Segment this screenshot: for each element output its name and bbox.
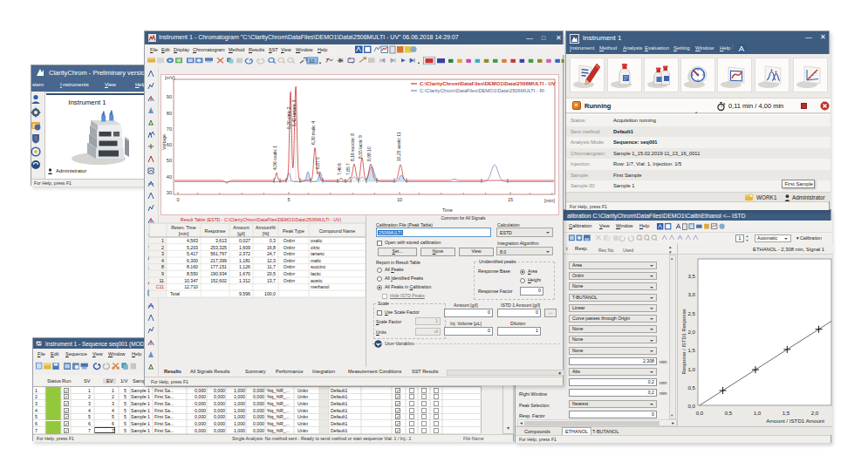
svg-text:1,5: 1,5 [687,347,695,353]
svg-text:Ordnr: Ordnr [284,251,296,256]
svg-text:11: 11 [160,278,164,283]
svg-text:10: 10 [309,58,315,63]
svg-text:0,3: 0,3 [270,238,276,243]
svg-text:8,98 10: 8,98 10 [366,146,372,161]
svg-text:oxalic: oxalic [311,238,323,243]
svg-text:1,670: 1,670 [239,271,250,276]
svg-text:Time: Time [442,207,453,213]
svg-text:20,5: 20,5 [267,271,276,276]
svg-text:tartaric: tartaric [311,251,325,256]
svg-text:Ordnr: Ordnr [284,264,296,269]
svg-text:Response / ISTD1 Response: Response / ISTD1 Response [681,309,687,374]
svg-text:12,710: 12,710 [184,284,198,289]
svg-text:8: 8 [161,264,164,269]
svg-text:10,25 acetic 11: 10,25 acetic 11 [396,132,401,161]
svg-text:5,20 citric 2: 5,20 citric 2 [286,106,291,129]
svg-text:0,027: 0,027 [239,238,250,243]
svg-text:0,0: 0,0 [687,403,695,409]
svg-text:lactic: lactic [311,271,321,276]
svg-text:4,56 oxalic 1: 4,56 oxalic 1 [272,146,277,170]
svg-text:1,181: 1,181 [239,258,250,263]
svg-text:70: 70 [167,126,172,132]
svg-text:40: 40 [167,174,172,180]
svg-text:217,399: 217,399 [210,258,227,263]
svg-text:8,550: 8,550 [187,271,198,276]
svg-text:7,46 6: 7,46 6 [337,163,342,175]
svg-text:1,126: 1,126 [239,264,250,269]
svg-text:9: 9 [161,271,164,276]
svg-text:Ordnr: Ordnr [284,238,296,243]
svg-text:3,613: 3,613 [215,238,227,243]
svg-text:Amount%: Amount% [256,225,276,230]
svg-text:acetic: acetic [311,278,323,283]
svg-text:15: 15 [508,197,513,202]
svg-text:1,312: 1,312 [239,278,250,283]
svg-text:16,8: 16,8 [267,245,276,250]
svg-text:Peak Type: Peak Type [283,228,304,234]
svg-text:Amount / ISTD1 Amount: Amount / ISTD1 Amount [766,418,824,424]
svg-text:5,203: 5,203 [187,245,198,250]
svg-text:C11: C11 [156,284,164,289]
svg-text:100,0: 100,0 [264,291,276,296]
svg-text:2,0: 2,0 [811,410,819,416]
svg-text:2,372: 2,372 [239,251,250,256]
svg-text:4,563: 4,563 [187,238,198,243]
svg-text:90: 90 [167,94,172,99]
svg-text:9,596: 9,596 [239,291,250,296]
svg-text:1,5: 1,5 [783,410,790,416]
svg-text:2: 2 [161,245,164,250]
svg-text:3: 3 [161,251,164,256]
svg-text:malic: malic [311,258,322,263]
svg-text:190,934: 190,934 [210,271,227,276]
svg-text:succinc: succinc [311,264,326,269]
svg-text:10,347: 10,347 [184,278,198,283]
svg-text:Ordnr: Ordnr [284,245,296,250]
svg-text:5: 5 [287,197,290,202]
svg-text:Reten. Time: Reten. Time [171,225,196,230]
svg-text:11,7: 11,7 [267,264,276,269]
svg-text:C:\ClarityChrom\DataFiles\DEMO: C:\ClarityChrom\DataFiles\DEMO1\Data\250… [420,88,544,93]
svg-text:12,3: 12,3 [267,258,276,263]
svg-text:1,0: 1,0 [754,410,762,416]
svg-text:1,609: 1,609 [239,245,250,250]
svg-text:2,5: 2,5 [687,310,695,316]
svg-text:5,417: 5,417 [187,251,198,256]
svg-text:4: 4 [161,258,164,263]
svg-text:13,7: 13,7 [267,278,276,283]
svg-text:8,16 succinc 8: 8,16 succinc 8 [350,133,355,161]
svg-text:Ordnr: Ordnr [284,271,296,276]
svg-text:8,55 lactic 9: 8,55 lactic 9 [358,135,363,159]
svg-text:7,85 7: 7,85 7 [345,163,351,175]
svg-text:2,0: 2,0 [687,329,695,335]
svg-text:80: 80 [167,111,172,116]
svg-text:8,160: 8,160 [187,264,198,269]
svg-text:Ordnr: Ordnr [284,278,296,283]
svg-text:3,5: 3,5 [687,273,695,279]
svg-text:Amount: Amount [233,225,249,230]
svg-text:0,5: 0,5 [687,384,695,391]
svg-text:C:\ClarityChrom\DataFiles\DEMO: C:\ClarityChrom\DataFiles\DEMO1\Data\250… [420,81,556,86]
svg-text:60: 60 [167,142,172,147]
svg-text:[min]: [min] [544,198,556,203]
svg-text:[%]: [%] [263,231,270,236]
svg-text:citric: citric [311,245,320,250]
svg-text:5,42 tartaric 3: 5,42 tartaric 3 [291,99,297,126]
svg-text:561,767: 561,767 [210,251,227,256]
svg-text:6,30 malic 4: 6,30 malic 4 [311,121,316,145]
svg-text:Compound Name: Compound Name [319,228,356,234]
svg-text:177,151: 177,151 [210,264,227,269]
svg-text:3,0: 3,0 [687,291,695,297]
svg-text:[min]: [min] [179,231,189,236]
svg-text:Voltage: Voltage [161,134,167,150]
svg-text:152,602: 152,602 [210,278,227,283]
svg-text:Ordnr: Ordnr [284,258,296,263]
svg-text:0: 0 [176,197,179,202]
svg-text:[mV]: [mV] [165,75,175,80]
svg-text:1: 1 [161,238,164,243]
svg-text:50: 50 [167,158,172,163]
svg-text:1,0: 1,0 [687,366,695,372]
svg-text:Total: Total [170,291,180,296]
svg-text:Response: Response [205,228,226,234]
svg-text:24,7: 24,7 [267,251,276,256]
svg-text:0,0: 0,0 [696,410,704,416]
